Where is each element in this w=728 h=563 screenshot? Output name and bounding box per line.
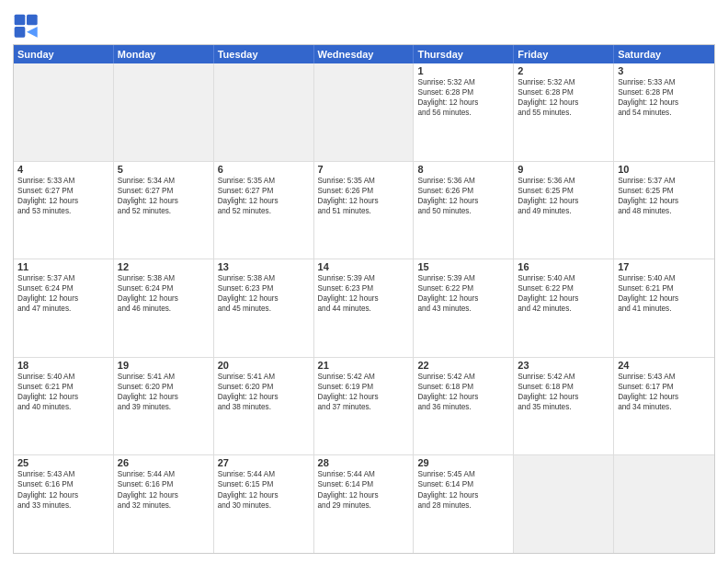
cell-info: Sunrise: 5:44 AM Sunset: 6:14 PM Dayligh… <box>318 469 410 510</box>
day-number: 29 <box>417 457 509 468</box>
logo-icon <box>13 13 40 40</box>
day-number: 8 <box>417 164 509 175</box>
cell-info: Sunrise: 5:38 AM Sunset: 6:24 PM Dayligh… <box>118 273 210 314</box>
cell-info: Sunrise: 5:33 AM Sunset: 6:28 PM Dayligh… <box>618 77 711 118</box>
header-day-saturday: Saturday <box>614 45 714 63</box>
calendar-cell: 25Sunrise: 5:43 AM Sunset: 6:16 PM Dayli… <box>14 455 114 553</box>
day-number: 3 <box>618 65 711 76</box>
calendar-cell: 15Sunrise: 5:39 AM Sunset: 6:22 PM Dayli… <box>414 259 514 357</box>
day-number: 5 <box>118 164 210 175</box>
logo <box>13 13 44 40</box>
calendar-cell: 3Sunrise: 5:33 AM Sunset: 6:28 PM Daylig… <box>614 63 714 161</box>
cell-info: Sunrise: 5:43 AM Sunset: 6:16 PM Dayligh… <box>17 469 109 510</box>
day-number: 13 <box>218 261 310 272</box>
calendar: SundayMondayTuesdayWednesdayThursdayFrid… <box>13 44 715 554</box>
cell-info: Sunrise: 5:38 AM Sunset: 6:23 PM Dayligh… <box>218 273 310 314</box>
header-day-wednesday: Wednesday <box>314 45 415 63</box>
calendar-cell: 24Sunrise: 5:43 AM Sunset: 6:17 PM Dayli… <box>614 358 714 455</box>
day-number: 4 <box>17 164 109 175</box>
calendar-cell: 16Sunrise: 5:40 AM Sunset: 6:22 PM Dayli… <box>514 259 614 357</box>
cell-info: Sunrise: 5:42 AM Sunset: 6:18 PM Dayligh… <box>518 372 609 412</box>
cell-info: Sunrise: 5:37 AM Sunset: 6:24 PM Dayligh… <box>17 273 109 314</box>
calendar-cell: 17Sunrise: 5:40 AM Sunset: 6:21 PM Dayli… <box>614 259 714 357</box>
calendar-row-4: 25Sunrise: 5:43 AM Sunset: 6:16 PM Dayli… <box>14 454 714 553</box>
cell-info: Sunrise: 5:39 AM Sunset: 6:22 PM Dayligh… <box>417 273 509 314</box>
calendar-row-2: 11Sunrise: 5:37 AM Sunset: 6:24 PM Dayli… <box>14 259 714 357</box>
day-number: 11 <box>17 261 109 272</box>
header-day-friday: Friday <box>514 45 614 63</box>
cell-info: Sunrise: 5:40 AM Sunset: 6:21 PM Dayligh… <box>17 372 109 412</box>
cell-info: Sunrise: 5:40 AM Sunset: 6:21 PM Dayligh… <box>618 273 711 314</box>
calendar-cell: 26Sunrise: 5:44 AM Sunset: 6:16 PM Dayli… <box>114 455 214 553</box>
day-number: 23 <box>518 360 609 371</box>
day-number: 17 <box>618 261 711 272</box>
day-number: 24 <box>618 360 711 371</box>
calendar-row-3: 18Sunrise: 5:40 AM Sunset: 6:21 PM Dayli… <box>14 357 714 455</box>
day-number: 16 <box>518 261 609 272</box>
cell-info: Sunrise: 5:37 AM Sunset: 6:25 PM Dayligh… <box>618 176 711 216</box>
cell-info: Sunrise: 5:43 AM Sunset: 6:17 PM Dayligh… <box>618 372 711 412</box>
page: SundayMondayTuesdayWednesdayThursdayFrid… <box>0 0 728 563</box>
calendar-cell <box>14 63 114 161</box>
cell-info: Sunrise: 5:41 AM Sunset: 6:20 PM Dayligh… <box>218 372 310 412</box>
day-number: 15 <box>417 261 509 272</box>
cell-info: Sunrise: 5:32 AM Sunset: 6:28 PM Dayligh… <box>417 77 509 118</box>
cell-info: Sunrise: 5:42 AM Sunset: 6:19 PM Dayligh… <box>318 372 410 412</box>
calendar-cell: 4Sunrise: 5:33 AM Sunset: 6:27 PM Daylig… <box>14 162 114 259</box>
day-number: 7 <box>318 164 410 175</box>
calendar-cell: 29Sunrise: 5:45 AM Sunset: 6:14 PM Dayli… <box>414 455 514 553</box>
cell-info: Sunrise: 5:40 AM Sunset: 6:22 PM Dayligh… <box>518 273 609 314</box>
calendar-cell: 22Sunrise: 5:42 AM Sunset: 6:18 PM Dayli… <box>414 358 514 455</box>
calendar-cell: 28Sunrise: 5:44 AM Sunset: 6:14 PM Dayli… <box>314 455 415 553</box>
calendar-cell: 21Sunrise: 5:42 AM Sunset: 6:19 PM Dayli… <box>314 358 415 455</box>
calendar-cell <box>314 63 415 161</box>
header-day-sunday: Sunday <box>14 45 114 63</box>
cell-info: Sunrise: 5:35 AM Sunset: 6:27 PM Dayligh… <box>218 176 310 216</box>
day-number: 10 <box>618 164 711 175</box>
calendar-cell: 13Sunrise: 5:38 AM Sunset: 6:23 PM Dayli… <box>214 259 314 357</box>
calendar-body: 1Sunrise: 5:32 AM Sunset: 6:28 PM Daylig… <box>14 63 714 553</box>
day-number: 22 <box>417 360 509 371</box>
svg-marker-3 <box>27 27 38 38</box>
calendar-cell <box>114 63 214 161</box>
cell-info: Sunrise: 5:44 AM Sunset: 6:15 PM Dayligh… <box>218 469 310 510</box>
header <box>13 9 715 40</box>
calendar-row-1: 4Sunrise: 5:33 AM Sunset: 6:27 PM Daylig… <box>14 161 714 259</box>
day-number: 14 <box>318 261 410 272</box>
day-number: 28 <box>318 457 410 468</box>
calendar-cell: 27Sunrise: 5:44 AM Sunset: 6:15 PM Dayli… <box>214 455 314 553</box>
day-number: 18 <box>17 360 109 371</box>
cell-info: Sunrise: 5:32 AM Sunset: 6:28 PM Dayligh… <box>518 77 609 118</box>
cell-info: Sunrise: 5:36 AM Sunset: 6:26 PM Dayligh… <box>417 176 509 216</box>
cell-info: Sunrise: 5:33 AM Sunset: 6:27 PM Dayligh… <box>17 176 109 216</box>
calendar-cell: 8Sunrise: 5:36 AM Sunset: 6:26 PM Daylig… <box>414 162 514 259</box>
day-number: 1 <box>417 65 509 76</box>
day-number: 19 <box>118 360 210 371</box>
cell-info: Sunrise: 5:39 AM Sunset: 6:23 PM Dayligh… <box>318 273 410 314</box>
cell-info: Sunrise: 5:36 AM Sunset: 6:25 PM Dayligh… <box>518 176 609 216</box>
calendar-cell: 11Sunrise: 5:37 AM Sunset: 6:24 PM Dayli… <box>14 259 114 357</box>
svg-rect-0 <box>15 15 26 26</box>
day-number: 2 <box>518 65 609 76</box>
calendar-cell: 10Sunrise: 5:37 AM Sunset: 6:25 PM Dayli… <box>614 162 714 259</box>
calendar-cell: 19Sunrise: 5:41 AM Sunset: 6:20 PM Dayli… <box>114 358 214 455</box>
day-number: 12 <box>118 261 210 272</box>
header-day-tuesday: Tuesday <box>214 45 314 63</box>
calendar-cell: 18Sunrise: 5:40 AM Sunset: 6:21 PM Dayli… <box>14 358 114 455</box>
calendar-row-0: 1Sunrise: 5:32 AM Sunset: 6:28 PM Daylig… <box>14 63 714 161</box>
day-number: 25 <box>17 457 109 468</box>
calendar-cell: 7Sunrise: 5:35 AM Sunset: 6:26 PM Daylig… <box>314 162 415 259</box>
calendar-cell <box>214 63 314 161</box>
header-day-thursday: Thursday <box>414 45 514 63</box>
cell-info: Sunrise: 5:41 AM Sunset: 6:20 PM Dayligh… <box>118 372 210 412</box>
svg-rect-2 <box>15 27 26 38</box>
cell-info: Sunrise: 5:35 AM Sunset: 6:26 PM Dayligh… <box>318 176 410 216</box>
day-number: 6 <box>218 164 310 175</box>
day-number: 20 <box>218 360 310 371</box>
calendar-cell: 9Sunrise: 5:36 AM Sunset: 6:25 PM Daylig… <box>514 162 614 259</box>
calendar-cell: 1Sunrise: 5:32 AM Sunset: 6:28 PM Daylig… <box>414 63 514 161</box>
calendar-cell <box>514 455 614 553</box>
calendar-header: SundayMondayTuesdayWednesdayThursdayFrid… <box>14 45 714 63</box>
cell-info: Sunrise: 5:44 AM Sunset: 6:16 PM Dayligh… <box>118 469 210 510</box>
day-number: 26 <box>118 457 210 468</box>
